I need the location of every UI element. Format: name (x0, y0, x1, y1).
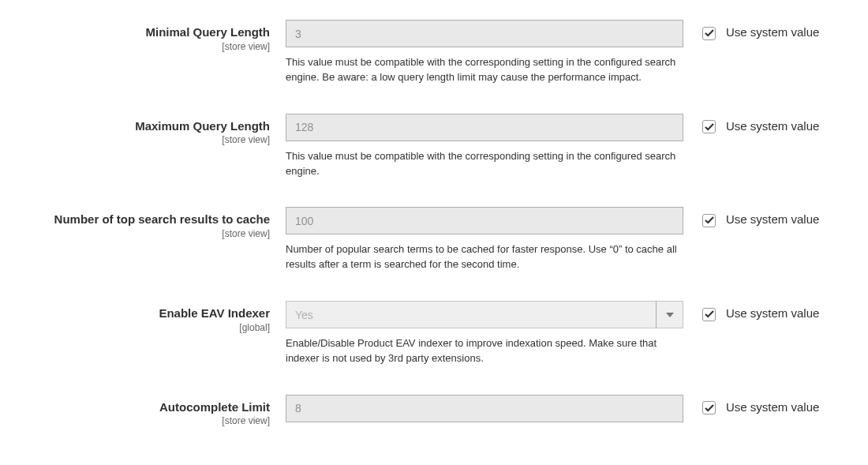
help-text: Enable/Disable Product EAV indexer to im… (286, 336, 683, 366)
max-query-length-input[interactable] (286, 114, 683, 141)
use-system-value-checkbox[interactable] (702, 401, 716, 414)
input-column: This value must be compatible with the c… (286, 114, 683, 179)
check-icon (705, 216, 714, 224)
checkbox-column (683, 114, 716, 134)
check-icon (705, 310, 714, 318)
field-scope: [store view] (14, 415, 270, 426)
use-system-value-checkbox[interactable] (702, 120, 716, 133)
field-scope: [store view] (14, 228, 270, 239)
help-text: This value must be compatible with the c… (286, 149, 683, 179)
top-results-cache-input[interactable] (286, 207, 683, 234)
autocomplete-limit-input[interactable] (286, 395, 683, 422)
min-query-length-input[interactable] (286, 20, 683, 47)
field-label: Enable EAV Indexer (14, 306, 270, 321)
field-label: Autocomplete Limit (14, 399, 270, 415)
use-system-value-checkbox[interactable] (702, 308, 716, 321)
checkbox-column (683, 20, 716, 40)
use-system-value-checkbox[interactable] (702, 214, 716, 227)
label-column: Autocomplete Limit [store view] (14, 395, 286, 427)
check-icon (705, 404, 714, 412)
label-column: Maximum Query Length [store view] (14, 114, 286, 146)
checkbox-column (683, 207, 716, 227)
field-scope: [store view] (14, 134, 270, 145)
field-label: Minimal Query Length (14, 24, 270, 40)
check-icon (705, 29, 714, 37)
select-wrap: Yes (286, 301, 683, 328)
enable-eav-indexer-select[interactable]: Yes (286, 301, 683, 328)
field-enable-eav-indexer: Enable EAV Indexer [global] Yes Enable/D… (14, 301, 854, 366)
label-column: Enable EAV Indexer [global] (14, 301, 286, 333)
field-max-query-length: Maximum Query Length [store view] This v… (14, 114, 854, 179)
checkbox-column (683, 301, 716, 321)
use-system-value-label: Use system value (716, 114, 819, 133)
input-column: This value must be compatible with the c… (286, 20, 683, 85)
field-scope: [store view] (14, 41, 270, 52)
check-icon (705, 123, 714, 131)
field-top-results-cache: Number of top search results to cache [s… (14, 207, 854, 272)
help-text: Number of popular search terms to be cac… (286, 242, 683, 272)
label-column: Number of top search results to cache [s… (14, 207, 286, 239)
input-column: Yes Enable/Disable Product EAV indexer t… (286, 301, 683, 366)
checkbox-column (683, 395, 716, 415)
field-scope: [global] (14, 322, 270, 333)
field-min-query-length: Minimal Query Length [store view] This v… (14, 20, 854, 85)
label-column: Minimal Query Length [store view] (14, 20, 286, 52)
field-autocomplete-limit: Autocomplete Limit [store view] Use syst… (14, 395, 854, 427)
help-text: This value must be compatible with the c… (286, 55, 683, 85)
use-system-value-label: Use system value (716, 395, 819, 414)
input-column: Number of popular search terms to be cac… (286, 207, 683, 272)
input-column (286, 395, 683, 422)
use-system-value-label: Use system value (716, 301, 819, 320)
field-label: Maximum Query Length (14, 118, 270, 134)
use-system-value-label: Use system value (716, 207, 819, 226)
field-label: Number of top search results to cache (14, 212, 270, 227)
use-system-value-checkbox[interactable] (702, 27, 716, 40)
use-system-value-label: Use system value (716, 20, 819, 39)
